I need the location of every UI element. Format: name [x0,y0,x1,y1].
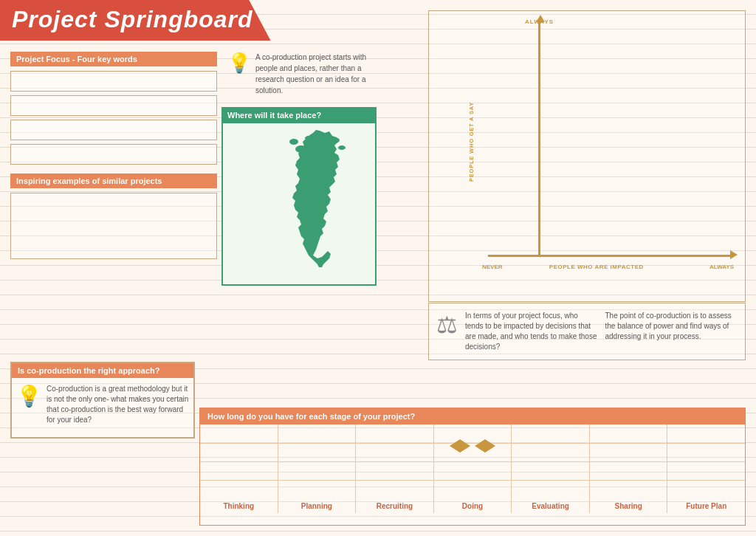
stage-doing: Doing [434,425,512,513]
inspiring-label: Inspiring examples of similar projects [10,173,217,188]
scotland-map [272,127,368,271]
stage-sharing: Sharing [590,425,668,513]
map-area [221,123,377,286]
intro-text: A co-production project starts with peop… [255,52,368,96]
timeline-grid: Thinking Planning Recruiting Doing Evalu… [200,425,745,513]
stage-sharing-label: Sharing [615,502,642,510]
header-banner: Project Springboard [0,0,271,41]
y-axis-arrow [536,15,545,22]
keyword-input-3[interactable] [10,120,217,140]
coprod-box: Is co-production the right approach? 💡 C… [10,362,195,439]
stage-thinking-label: Thinking [223,502,254,510]
stage-future: Future Plan [667,425,745,513]
stage-planning-label: Planning [301,502,332,510]
x-always-label: ALWAYS [709,264,734,270]
left-column: Project Focus - Four key words Inspiring… [10,52,217,259]
timeline-section: How long do you have for each stage of y… [199,408,746,526]
keyword-input-4[interactable] [10,144,217,165]
stage-thinking: Thinking [200,425,278,513]
balance-question: In terms of your project focus, who tend… [465,311,598,352]
y-axis-line [538,22,540,257]
keyword-input-1[interactable] [10,71,217,92]
coprod-text: Co-production is a great methodology but… [47,384,189,425]
inspiring-section: Inspiring examples of similar projects [10,173,217,259]
diamond-1 [450,439,470,453]
bulb-icon: 💡 [16,384,42,408]
x-never-label: NEVER [482,264,503,270]
timeline-header: How long do you have for each stage of y… [200,408,745,425]
svg-point-0 [295,145,307,153]
diamond-2 [475,439,495,453]
svg-point-4 [338,145,346,150]
stage-recruiting-label: Recruiting [377,502,413,510]
middle-intro: 💡 A co-production project starts with pe… [227,52,368,96]
chart-area: ALWAYS PEOPLE WHO GET A SAY NEVER PEOPLE… [428,10,746,302]
balance-texts: In terms of your project focus, who tend… [465,311,738,352]
svg-point-2 [305,136,312,140]
map-section: Where will it take place? [221,107,377,286]
stage-future-label: Future Plan [686,502,726,510]
balance-answer: The point of co-production is to assess … [605,311,738,352]
x-axis-line [488,255,734,257]
svg-point-3 [329,137,340,143]
lightbulb-icon: 💡 [227,52,251,75]
stage-planning: Planning [278,425,357,513]
page-title: Project Springboard [12,6,253,33]
middle-top-content: 💡 A co-production project starts with pe… [227,52,368,96]
keyword-input-2[interactable] [10,95,217,116]
map-label: Where will it take place? [221,107,377,123]
coprod-content: 💡 Co-production is a great methodology b… [12,378,193,431]
stage-evaluating: Evaluating [512,425,590,513]
inspiring-text-area[interactable] [10,193,217,259]
x-center-label: PEOPLE WHO ARE IMPACTED [549,264,644,270]
project-focus-label: Project Focus - Four key words [10,52,217,66]
stage-recruiting: Recruiting [356,425,434,513]
stage-evaluating-label: Evaluating [532,502,569,510]
coprod-label: Is co-production the right approach? [12,363,193,378]
x-axis-arrow [730,250,738,259]
svg-point-1 [289,139,298,145]
stage-doing-label: Doing [462,502,483,510]
y-axis-side-label: PEOPLE WHO GET A SAY [468,102,475,182]
doing-diamonds [450,439,495,453]
page: Project Springboard Project Focus - Four… [0,0,756,536]
balance-section: ⚖ In terms of your project focus, who te… [428,303,746,360]
scales-icon: ⚖ [436,311,458,339]
